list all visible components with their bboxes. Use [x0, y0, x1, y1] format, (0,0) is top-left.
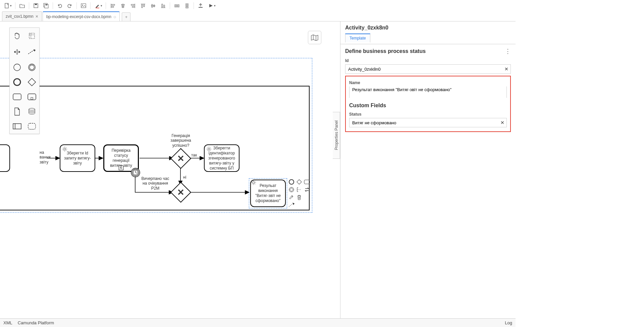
svg-rect-13: [186, 5, 188, 6]
group-tool[interactable]: [24, 119, 39, 134]
context-pad: [288, 178, 312, 209]
hand-tool[interactable]: [10, 28, 24, 44]
align-bottom-button[interactable]: [158, 1, 168, 10]
status-log[interactable]: Log: [505, 320, 512, 325]
svg-point-39: [208, 148, 210, 150]
align-top-button[interactable]: [138, 1, 148, 10]
participant-tool[interactable]: [10, 119, 24, 134]
subprocess-marker: +: [119, 166, 123, 170]
highlighted-region: Name Результат виконання "Витяг-звіт не …: [345, 76, 511, 132]
space-tool[interactable]: [10, 44, 24, 60]
name-input[interactable]: Результат виконання "Витяг-звіт не сформ…: [350, 85, 506, 99]
color-dropdown-caret[interactable]: ▾: [101, 4, 102, 7]
align-left-button[interactable]: [108, 1, 117, 10]
gear-icon: [206, 146, 212, 152]
align-right-button[interactable]: [128, 1, 138, 10]
connect-tool[interactable]: [24, 44, 39, 60]
ctx-change-type[interactable]: [303, 186, 311, 193]
svg-rect-24: [31, 97, 33, 100]
ctx-connect[interactable]: [288, 201, 295, 209]
status-input[interactable]: [350, 118, 498, 127]
ctx-wrench[interactable]: [288, 194, 295, 201]
status-platform[interactable]: Camunda Platform: [18, 320, 54, 325]
ctx-spacer: [303, 194, 311, 201]
svg-point-17: [14, 64, 20, 71]
task-prev[interactable]: ним: [0, 144, 10, 172]
template-tab[interactable]: Template: [345, 34, 370, 43]
datastore-tool[interactable]: [24, 104, 39, 119]
align-center-button[interactable]: [118, 1, 127, 10]
distribute-v-button[interactable]: [182, 1, 192, 10]
minimap-toggle[interactable]: [308, 31, 321, 44]
intermediate-event-tool[interactable]: [24, 60, 39, 75]
task-save-id[interactable]: Зберегти Id запиту витягу-звіту: [60, 144, 95, 172]
section-title: Define business process status: [345, 48, 426, 54]
svg-rect-23: [28, 94, 36, 100]
close-icon[interactable]: ×: [36, 14, 38, 19]
properties-panel: Properties Panel Activity_0zxk8n0 Templa…: [340, 21, 516, 318]
image-export-button[interactable]: [79, 1, 88, 10]
ctx-end-event[interactable]: [288, 178, 295, 186]
save-all-button[interactable]: [41, 1, 51, 10]
gear-icon: [62, 146, 67, 152]
name-input-wrap: Результат виконання "Витяг-звіт не сформ…: [349, 86, 507, 98]
open-button[interactable]: [17, 1, 27, 10]
redo-button[interactable]: [65, 1, 74, 10]
svg-point-7: [82, 5, 83, 6]
task-tool[interactable]: [10, 89, 24, 104]
ctx-gateway[interactable]: [296, 178, 303, 186]
ctx-annotation[interactable]: [296, 186, 303, 193]
timer-boundary-event[interactable]: [130, 168, 141, 178]
ctx-delete[interactable]: [296, 194, 303, 201]
gateway-tool[interactable]: [24, 75, 39, 89]
callactivity-tool[interactable]: [24, 89, 39, 104]
clear-icon[interactable]: ✕: [498, 120, 506, 125]
gateway-success[interactable]: ✕: [173, 151, 188, 166]
end-event-tool[interactable]: [10, 75, 24, 89]
tab-zvit[interactable]: zvit_csv1.bpmn ×: [2, 11, 42, 21]
svg-rect-11: [178, 5, 179, 7]
svg-rect-10: [176, 5, 177, 7]
bpmn-canvas[interactable]: ним на вання звіту Зберегти Id запиту ви…: [0, 21, 340, 318]
save-button[interactable]: [31, 1, 41, 10]
lasso-tool[interactable]: [24, 28, 39, 44]
clear-icon[interactable]: ✕: [502, 66, 511, 72]
task-result[interactable]: Резульат виконання "Витяг-звіт не сформо…: [250, 180, 286, 207]
timer-label: Вичерпано час на очікування P2M: [140, 176, 170, 191]
gateway-merge[interactable]: ✕: [173, 185, 188, 200]
svg-rect-21: [28, 78, 36, 86]
status-bar: XML Camunda Platform Log: [0, 318, 516, 327]
dataobject-tool[interactable]: [10, 104, 24, 119]
deploy-button[interactable]: [196, 1, 205, 10]
svg-rect-28: [28, 123, 36, 129]
tab-bp-modeling[interactable]: bp-modeling-excerpt-csv-docx.bpmn ○: [43, 11, 120, 21]
add-tab-button[interactable]: +: [122, 12, 130, 21]
top-toolbar: ▾ ▾ ▾: [0, 0, 516, 11]
run-dropdown-caret[interactable]: ▾: [214, 4, 216, 7]
name-label: Name: [349, 80, 507, 85]
task-store-id[interactable]: Зберегти ідентифікатор згенерованого вит…: [204, 144, 239, 172]
svg-point-20: [14, 79, 20, 85]
custom-fields-title: Custom Fields: [349, 103, 386, 109]
new-dropdown-caret[interactable]: ▾: [10, 4, 12, 7]
gateway-label: Генерація завершена успішно?: [166, 133, 196, 148]
svg-point-19: [30, 65, 34, 70]
id-input-wrap: ✕: [345, 64, 511, 74]
section-menu-icon[interactable]: ⋮: [505, 48, 511, 55]
ctx-task[interactable]: [303, 178, 311, 186]
svg-rect-22: [13, 94, 21, 100]
svg-rect-16: [29, 33, 35, 39]
id-input[interactable]: [345, 65, 502, 73]
svg-rect-14: [186, 7, 188, 8]
label-yes: так: [191, 153, 197, 157]
undo-button[interactable]: [55, 1, 64, 10]
tab-label: zvit_csv1.bpmn: [6, 14, 34, 19]
start-event-tool[interactable]: [10, 60, 24, 75]
svg-rect-43: [304, 180, 310, 184]
status-xml[interactable]: XML: [3, 320, 12, 325]
distribute-h-button[interactable]: [172, 1, 181, 10]
properties-panel-toggle[interactable]: Properties Panel: [333, 112, 340, 159]
tab-label: bp-modeling-excerpt-csv-docx.bpmn: [46, 14, 111, 19]
align-middle-button[interactable]: [148, 1, 158, 10]
ctx-intermediate-event[interactable]: [288, 186, 295, 193]
